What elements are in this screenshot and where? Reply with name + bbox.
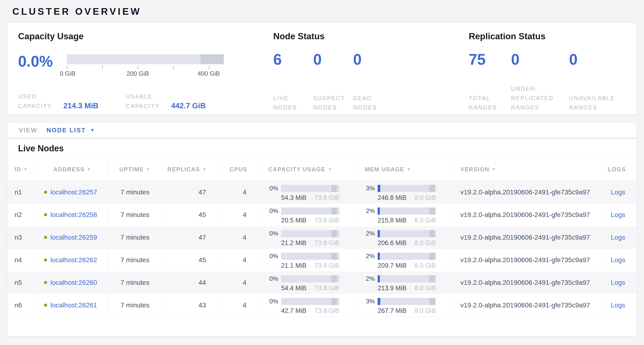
total-ranges-label: TOTAL RANGES	[469, 94, 511, 112]
replicas-cell: 43	[162, 294, 221, 316]
mem-used-value: 267.7 MiB	[378, 307, 407, 314]
column-header-address[interactable]: ADDRESS▼	[37, 158, 108, 181]
capacity-percent-value: 0.0%	[18, 54, 67, 69]
axis-tick	[173, 66, 174, 69]
sort-arrow-icon: ▼	[407, 167, 411, 172]
page-title: CLUSTER OVERVIEW	[7, 0, 637, 17]
mem-bar-dark-segment	[429, 298, 435, 305]
capacity-used-value: 54.3 MiB	[281, 194, 306, 202]
version-cell: v19.2.0-alpha.20190606-2491-gfe735c9a97	[450, 294, 602, 316]
logs-link[interactable]: Logs	[611, 279, 625, 286]
capacity-percent: 0%	[268, 275, 278, 282]
capacity-usage-cell: 0% 42.7 MiB73.8 GiB	[258, 294, 354, 316]
node-id-cell: n5	[7, 271, 37, 294]
cpus-cell: 4	[221, 249, 258, 271]
column-header-mem-usage[interactable]: MEM USAGE▼	[354, 158, 450, 181]
node-list-dropdown[interactable]: NODE LIST ▼	[46, 127, 94, 134]
axis-tick-label: 400 GiB	[198, 70, 220, 77]
live-nodes-stat: 6 LIVE NODES	[273, 52, 313, 112]
node-address-link[interactable]: localhost:26257	[50, 188, 97, 196]
node-address-cell: localhost:26259	[37, 226, 108, 249]
logs-link[interactable]: Logs	[611, 256, 625, 264]
mem-bar-fill	[378, 275, 380, 282]
mem-percent: 2%	[365, 230, 375, 237]
capacity-used-value: 21.2 MiB	[281, 239, 306, 247]
capacity-bar-dark-segment	[331, 298, 337, 305]
node-id-cell: n4	[7, 249, 37, 271]
logs-cell: Logs	[602, 204, 637, 226]
usable-capacity-label: USABLE CAPACITY	[126, 92, 160, 111]
column-header-replicas[interactable]: REPLICAS▼	[162, 158, 221, 181]
capacity-bar-dark-segment	[331, 275, 337, 282]
usable-capacity-value: 442.7 GiB	[171, 101, 206, 110]
version-cell: v19.2.0-alpha.20190606-2491-gfe735c9a97	[450, 249, 602, 271]
mem-percent: 2%	[365, 207, 375, 215]
capacity-bar-dark-segment	[331, 253, 337, 260]
used-capacity-stat: USED CAPACITY 214.3 MiB	[18, 92, 98, 111]
mem-used-value: 209.7 MiB	[378, 262, 407, 269]
capacity-total-value: 73.8 GiB	[314, 284, 339, 292]
axis-tick	[138, 66, 138, 69]
logs-link[interactable]: Logs	[611, 211, 625, 218]
capacity-used-value: 54.4 MiB	[281, 284, 306, 292]
node-live-dot-icon	[44, 258, 47, 261]
total-ranges-stat: 75 TOTAL RANGES	[469, 52, 511, 112]
node-address-link[interactable]: localhost:26258	[50, 211, 97, 219]
table-row: n2 localhost:26258 7 minutes 45 4 0% 20.…	[7, 204, 637, 226]
capacity-used-value: 20.5 MiB	[281, 217, 306, 224]
mem-bar	[378, 185, 436, 192]
logs-link[interactable]: Logs	[611, 301, 625, 309]
capacity-bar-track	[67, 54, 224, 64]
node-status-heading: Node Status	[273, 32, 469, 41]
column-header-id[interactable]: ID▼	[7, 158, 37, 181]
cluster-overview-page: CLUSTER OVERVIEW Capacity Usage 0.0%	[0, 0, 644, 336]
view-selector-bar: VIEW: NODE LIST ▼	[7, 123, 637, 138]
column-header-cpus: CPUS	[221, 158, 258, 181]
node-address-link[interactable]: localhost:26260	[50, 279, 97, 286]
node-live-dot-icon	[44, 304, 47, 307]
capacity-bar	[281, 230, 339, 237]
capacity-used-value: 42.7 MiB	[281, 307, 306, 314]
mem-bar-fill	[378, 230, 380, 237]
capacity-bar	[281, 275, 339, 282]
usable-capacity-stat: USABLE CAPACITY 442.7 GiB	[126, 92, 206, 111]
mem-bar-fill	[378, 298, 380, 305]
mem-used-value: 213.9 MiB	[378, 284, 407, 292]
version-cell: v19.2.0-alpha.20190606-2491-gfe735c9a97	[450, 204, 602, 226]
cpus-cell: 4	[221, 204, 258, 226]
mem-total-value: 8.0 GiB	[414, 217, 436, 224]
node-live-dot-icon	[44, 281, 47, 284]
node-address-cell: localhost:26257	[37, 181, 108, 204]
sort-arrow-icon: ▼	[492, 167, 496, 172]
sort-arrow-icon: ▼	[146, 167, 150, 172]
unavailable-ranges-label: UNAVAILABLE RANGES	[569, 94, 615, 112]
table-row: n3 localhost:26259 7 minutes 47 4 0% 21.…	[7, 226, 637, 249]
dead-nodes-count: 0	[353, 52, 377, 67]
node-address-link[interactable]: localhost:26261	[50, 301, 97, 309]
node-id-cell: n1	[7, 181, 37, 204]
node-address-cell: localhost:26260	[37, 271, 108, 294]
under-replicated-ranges-label: UNDER- REPLICATED RANGES	[511, 84, 569, 112]
sort-arrow-icon: ▼	[328, 167, 332, 172]
column-header-capacity-usage[interactable]: CAPACITY USAGE▼	[258, 158, 354, 181]
uptime-cell: 7 minutes	[108, 204, 162, 226]
node-address-link[interactable]: localhost:26259	[50, 234, 97, 241]
logs-link[interactable]: Logs	[611, 234, 625, 241]
capacity-percent: 0%	[268, 230, 278, 237]
node-address-link[interactable]: localhost:26262	[50, 256, 97, 264]
under-replicated-ranges-count: 0	[511, 52, 569, 67]
capacity-bar	[281, 298, 339, 305]
replicas-cell: 44	[162, 271, 221, 294]
logs-cell: Logs	[602, 181, 637, 204]
version-cell: v19.2.0-alpha.20190606-2491-gfe735c9a97	[450, 181, 602, 204]
logs-link[interactable]: Logs	[611, 188, 625, 196]
node-status-panel: Node Status 6 LIVE NODES 0 SUSPECT NODES	[273, 32, 469, 114]
column-header-version[interactable]: VERSION▼	[450, 158, 602, 181]
mem-bar-dark-segment	[429, 253, 435, 260]
capacity-total-value: 73.8 GiB	[314, 262, 339, 269]
logs-cell: Logs	[602, 226, 637, 249]
capacity-bar-dark-segment	[331, 230, 337, 237]
column-header-uptime[interactable]: UPTIME▼	[108, 158, 162, 181]
used-capacity-label: USED CAPACITY	[18, 92, 52, 111]
mem-bar-dark-segment	[429, 185, 435, 192]
